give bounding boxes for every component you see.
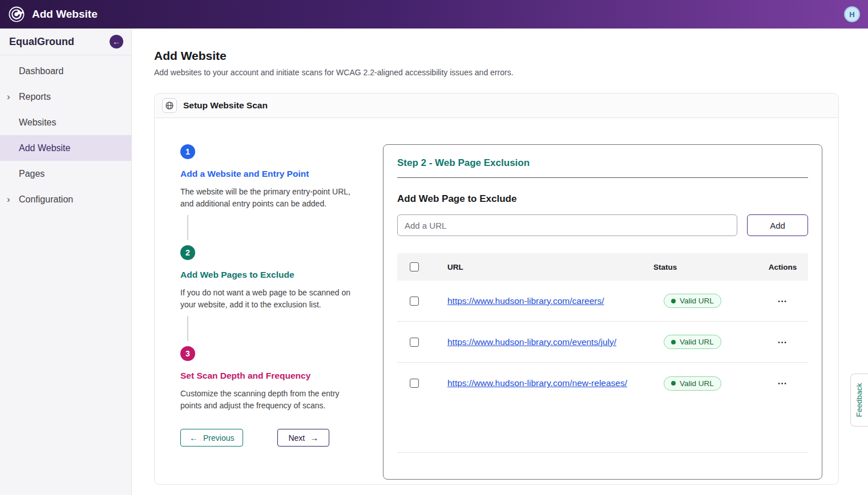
excluded-url-link[interactable]: https://www.hudson-library.com/careers/ <box>447 296 604 306</box>
card-header: Setup Website Scan <box>155 94 838 118</box>
status-badge-label: Valid URL <box>680 379 714 388</box>
excluded-url-link[interactable]: https://www.hudson-library.com/events/ju… <box>447 337 616 347</box>
collapse-sidebar-button[interactable]: ← <box>110 35 123 48</box>
user-avatar[interactable]: H <box>844 6 860 22</box>
sidebar-item-label: Dashboard <box>19 66 63 76</box>
step-2-description: If you do not want a web page to be scan… <box>180 287 352 311</box>
row-actions-menu-button[interactable]: ••• <box>774 337 791 348</box>
topbar: Add Website H <box>0 0 868 29</box>
sidebar-item-label: Add Website <box>19 143 70 153</box>
sidebar: EqualGround ← Dashboard › Reports Websit… <box>0 29 132 495</box>
card-title: Setup Website Scan <box>183 100 268 111</box>
sidebar-item-label: Pages <box>19 169 45 179</box>
feedback-tab-label: Feedback <box>855 383 864 417</box>
steps-column: 1 Add a Website and Entry Point The webs… <box>180 144 352 480</box>
next-button-label: Next <box>288 433 305 443</box>
actions-column-header: Actions <box>758 263 807 271</box>
step-connector <box>187 316 188 341</box>
sidebar-nav: Dashboard › Reports Websites Add Website… <box>0 55 131 212</box>
back-arrow-icon: ← <box>112 38 120 46</box>
sidebar-item-dashboard[interactable]: Dashboard <box>0 58 131 84</box>
step-2-number-badge: 2 <box>180 245 195 260</box>
status-badge: Valid URL <box>664 376 721 391</box>
table-row: https://www.hudson-library.com/careers/ … <box>397 281 808 322</box>
add-url-row: Add <box>397 214 808 236</box>
step-3: 3 Set Scan Depth and Frequency Customize… <box>180 346 352 412</box>
status-badge-label: Valid URL <box>680 297 714 305</box>
app-title: Add Website <box>32 8 98 21</box>
web-page-exclusion-panel: Step 2 - Web Page Exclusion Add Web Page… <box>383 144 822 480</box>
row-actions-menu-button[interactable]: ••• <box>774 378 791 389</box>
green-dot-icon <box>671 299 676 303</box>
sidebar-item-label: Configuration <box>19 194 73 205</box>
equalground-logo-icon <box>8 6 25 23</box>
globe-icon <box>162 98 177 113</box>
step-connector <box>187 215 188 240</box>
select-all-checkbox[interactable] <box>410 262 419 271</box>
row-checkbox[interactable] <box>410 338 419 347</box>
sidebar-item-configuration[interactable]: › Configuration <box>0 186 131 212</box>
step-1: 1 Add a Website and Entry Point The webs… <box>180 144 352 210</box>
chevron-right-icon: › <box>7 193 10 205</box>
excluded-urls-table: URL Status Actions https://www.hudson-li… <box>397 253 808 453</box>
step-3-number-badge: 3 <box>180 346 195 361</box>
card-body: 1 Add a Website and Entry Point The webs… <box>155 118 838 480</box>
sidebar-item-websites[interactable]: Websites <box>0 109 131 135</box>
table-header-row: URL Status Actions <box>397 253 808 281</box>
table-row: https://www.hudson-library.com/events/ju… <box>397 322 808 363</box>
chevron-right-icon: › <box>7 91 10 102</box>
brand-name: EqualGround <box>9 36 74 48</box>
status-column-header: Status <box>650 263 758 271</box>
sidebar-item-reports[interactable]: › Reports <box>0 84 131 109</box>
step-2-title: Add Web Pages to Exclude <box>180 270 352 280</box>
feedback-tab[interactable]: Feedback <box>850 374 868 427</box>
main-content: Add Website Add websites to your account… <box>132 29 868 495</box>
table-row: https://www.hudson-library.com/new-relea… <box>397 363 808 404</box>
previous-button-label: Previous <box>203 433 234 443</box>
table-empty-area <box>397 404 808 453</box>
panel-title: Step 2 - Web Page Exclusion <box>397 157 808 178</box>
sidebar-brand-row: EqualGround ← <box>0 29 131 55</box>
next-button[interactable]: Next → <box>277 429 329 447</box>
step-1-number-badge: 1 <box>180 144 195 159</box>
row-actions-menu-button[interactable]: ••• <box>774 296 791 307</box>
sidebar-item-label: Reports <box>19 92 51 102</box>
step-3-description: Customize the scanning depth from the en… <box>180 388 352 412</box>
url-input[interactable] <box>397 214 737 236</box>
step-3-title: Set Scan Depth and Frequency <box>180 371 352 381</box>
arrow-left-icon: ← <box>189 433 198 443</box>
sidebar-item-pages[interactable]: Pages <box>0 161 131 186</box>
page-subtitle: Add websites to your account and initiat… <box>154 68 839 77</box>
previous-button[interactable]: ← Previous <box>180 429 243 447</box>
url-column-header: URL <box>430 263 650 271</box>
status-badge: Valid URL <box>664 335 721 349</box>
excluded-url-link[interactable]: https://www.hudson-library.com/new-relea… <box>447 378 627 388</box>
green-dot-icon <box>671 340 676 344</box>
status-badge-label: Valid URL <box>680 338 714 346</box>
step-2: 2 Add Web Pages to Exclude If you do not… <box>180 245 352 311</box>
sidebar-item-label: Websites <box>19 117 56 128</box>
step-1-title: Add a Website and Entry Point <box>180 169 352 179</box>
add-url-button[interactable]: Add <box>747 214 808 236</box>
step-1-description: The website will be the primary entry-po… <box>180 186 352 210</box>
setup-website-scan-card: Setup Website Scan 1 Add a Website and E… <box>154 93 839 485</box>
row-checkbox[interactable] <box>410 379 419 388</box>
add-web-page-heading: Add Web Page to Exclude <box>397 193 808 205</box>
page-title: Add Website <box>154 49 839 63</box>
wizard-buttons: ← Previous Next → <box>180 429 352 447</box>
row-checkbox[interactable] <box>410 297 419 306</box>
sidebar-item-add-website[interactable]: Add Website <box>0 135 131 161</box>
status-badge: Valid URL <box>664 294 721 308</box>
green-dot-icon <box>671 381 676 386</box>
arrow-right-icon: → <box>310 433 318 443</box>
